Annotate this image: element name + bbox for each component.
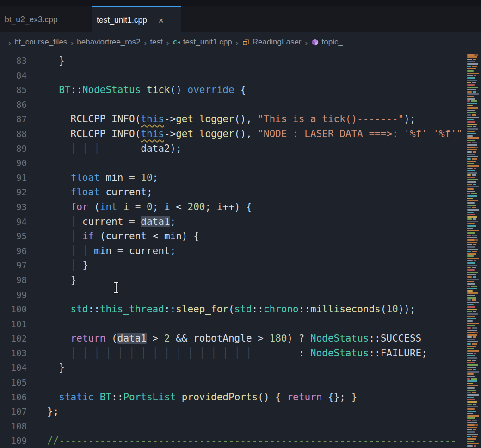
minimap-line <box>467 193 481 194</box>
minimap-line <box>467 411 481 412</box>
line-number[interactable]: 101 <box>0 317 27 332</box>
breadcrumb-item-bt-course-files[interactable]: bt_course_files <box>14 37 67 47</box>
code-line[interactable]: 99 <box>0 288 481 303</box>
code-token <box>76 230 82 242</box>
code-line[interactable]: 85 BT::NodeStatus tick() override { <box>0 83 481 98</box>
code-line[interactable]: 106 static BT::PortsList providedPorts()… <box>0 390 481 405</box>
code-line[interactable]: 97 │ } <box>0 258 481 273</box>
minimap-line <box>467 260 481 261</box>
line-number[interactable]: 96 <box>0 244 27 259</box>
line-number[interactable]: 91 <box>0 171 27 186</box>
code-line[interactable]: 103 │ │ │ │ │ │ │ │ │ │ │ │ │ │ │ │ : No… <box>0 346 481 361</box>
code-line[interactable]: 90 <box>0 156 481 171</box>
minimap-line <box>467 181 481 183</box>
breadcrumb-item-topic[interactable]: topic_ <box>311 37 343 47</box>
line-number[interactable]: 85 <box>0 83 27 98</box>
line-number[interactable]: 107 <box>0 404 27 419</box>
line-number[interactable]: 87 <box>0 112 27 127</box>
line-number[interactable]: 105 <box>0 375 27 390</box>
code-line[interactable]: 108 <box>0 419 481 434</box>
code-token: │ <box>82 245 88 256</box>
code-line[interactable]: 98 } <box>0 273 481 288</box>
breadcrumb-item-behaviortree-ros2[interactable]: behaviortree_ros2 <box>77 37 140 47</box>
minimap-line <box>467 434 481 435</box>
minimap-line <box>467 309 481 310</box>
line-number[interactable]: 86 <box>0 98 27 112</box>
code-token: ; i++) { <box>205 201 252 212</box>
line-number[interactable]: 104 <box>0 361 27 375</box>
code-line[interactable]: 87 RCLCPP_INFO(this->get_logger(), "This… <box>0 112 481 127</box>
code-token: RCLCPP_INFO( <box>47 113 141 124</box>
minimap-line <box>467 158 481 160</box>
minimap[interactable] <box>466 52 481 448</box>
code-line[interactable]: 109//-----------------------------------… <box>0 434 481 448</box>
code-line[interactable]: 100 std::this_thread::sleep_for(std::chr… <box>0 302 481 317</box>
minimap-line <box>467 184 481 185</box>
line-number[interactable]: 98 <box>0 273 27 288</box>
line-number[interactable]: 83 <box>0 54 27 68</box>
code-line[interactable]: 91 float min = 10; <box>0 171 481 186</box>
line-number[interactable]: 106 <box>0 390 27 405</box>
minimap-line <box>467 77 481 79</box>
line-number[interactable]: 89 <box>0 142 27 156</box>
code-token: min = <box>100 172 141 183</box>
close-icon[interactable]: × <box>158 15 164 25</box>
code-area[interactable]: 83 }8485 BT::NodeStatus tick() override … <box>0 52 481 448</box>
code-line[interactable]: 88 RCLCPP_INFO(this->get_logger(), "NODE… <box>0 127 481 142</box>
code-line[interactable]: 95 │ if (current < min) { <box>0 229 481 244</box>
code-line[interactable]: 93 for (int i = 0; i < 200; i++) { <box>0 200 481 215</box>
line-number[interactable]: 88 <box>0 127 27 142</box>
code-line[interactable]: 105 <box>0 375 481 390</box>
code-line[interactable]: 92 float current; <box>0 185 481 200</box>
code-token: current; <box>100 187 153 198</box>
code-line[interactable]: 96 │ │ min = current; <box>0 244 481 259</box>
minimap-line <box>467 202 481 204</box>
code-line[interactable]: 94 │ current = data1; <box>0 215 481 230</box>
line-number[interactable]: 84 <box>0 68 27 83</box>
line-number[interactable]: 93 <box>0 200 27 215</box>
minimap-line <box>467 228 481 229</box>
code-token: :: <box>252 304 264 315</box>
minimap-line <box>467 144 481 146</box>
code-line[interactable]: 89 │ │ │ data2); <box>0 142 481 156</box>
code-line-content: static BT::PortsList providedPorts() { r… <box>47 390 357 405</box>
class-icon <box>242 38 250 46</box>
code-line[interactable]: 102 return (data1 > 2 && robotAngle > 18… <box>0 331 481 346</box>
line-number[interactable]: 92 <box>0 185 27 200</box>
line-number[interactable]: 103 <box>0 346 27 361</box>
minimap-line <box>467 438 481 440</box>
line-number[interactable]: 108 <box>0 419 27 434</box>
code-line[interactable]: 84 <box>0 68 481 83</box>
breadcrumb-item-test-unit1-cpp[interactable]: C+test_unit1.cpp <box>173 37 232 47</box>
breadcrumb-item-readinglaser[interactable]: ReadingLaser <box>242 37 302 47</box>
breadcrumb-item-test[interactable]: test <box>150 37 162 47</box>
minimap-line <box>467 422 481 423</box>
minimap-line <box>467 265 481 266</box>
code-line-content: return (data1 > 2 && robotAngle > 180) ?… <box>47 331 421 346</box>
editor-pane[interactable]: 83 }8485 BT::NodeStatus tick() override … <box>0 52 481 448</box>
minimap-line <box>467 135 481 137</box>
line-number[interactable]: 95 <box>0 229 27 244</box>
code-line[interactable]: 107}; <box>0 404 481 419</box>
line-number[interactable]: 90 <box>0 156 27 171</box>
breadcrumb-label: test_unit1.cpp <box>183 37 232 47</box>
code-token: (current < min) { <box>94 230 199 242</box>
code-line[interactable]: 86 <box>0 98 481 112</box>
code-token: ); <box>404 113 415 124</box>
line-number[interactable]: 109 <box>0 434 27 448</box>
line-number[interactable]: 100 <box>0 302 27 317</box>
code-line[interactable]: 104 } <box>0 361 481 375</box>
minimap-line <box>467 188 481 190</box>
minimap-line <box>467 237 481 238</box>
code-line[interactable]: 101 <box>0 317 481 332</box>
tab-test-unit1-cpp[interactable]: test_unit1.cpp × <box>92 6 181 32</box>
line-number[interactable]: 94 <box>0 215 27 230</box>
code-line[interactable]: 83 } <box>0 54 481 68</box>
line-number[interactable]: 99 <box>0 288 27 303</box>
line-number[interactable]: 97 <box>0 258 27 273</box>
minimap-line <box>467 279 481 280</box>
line-number[interactable]: 102 <box>0 331 27 346</box>
minimap-line <box>467 140 481 141</box>
tab-bt-u2-ex3-cpp[interactable]: bt_u2_ex3.cpp <box>0 6 92 32</box>
minimap-line <box>467 242 481 243</box>
